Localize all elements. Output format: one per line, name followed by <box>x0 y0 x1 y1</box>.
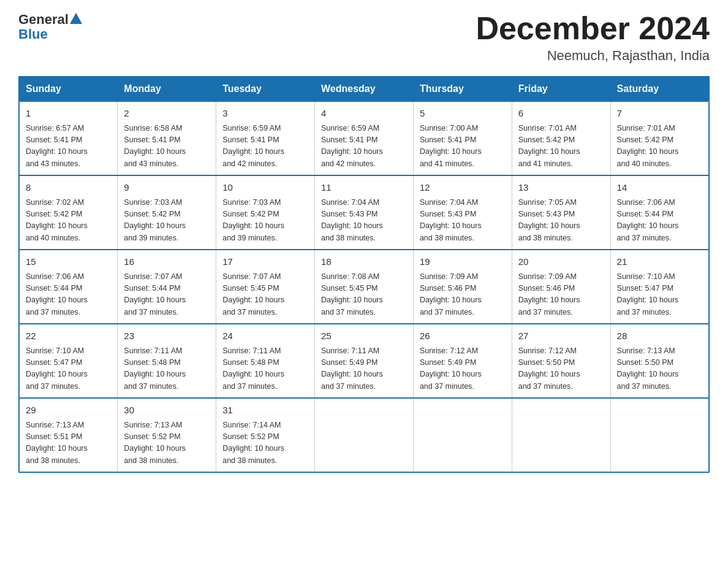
calendar-day-21: 21Sunrise: 7:10 AM Sunset: 5:47 PM Dayli… <box>610 250 709 324</box>
day-number: 25 <box>321 329 407 343</box>
calendar-week-row: 15Sunrise: 7:06 AM Sunset: 5:44 PM Dayli… <box>19 250 709 324</box>
calendar-empty-cell <box>512 398 610 472</box>
day-info: Sunrise: 7:05 AM Sunset: 5:43 PM Dayligh… <box>518 197 604 245</box>
day-info: Sunrise: 7:11 AM Sunset: 5:48 PM Dayligh… <box>124 345 210 393</box>
day-number: 31 <box>222 404 308 418</box>
logo-block: General Blue <box>18 12 82 42</box>
calendar-day-10: 10Sunrise: 7:03 AM Sunset: 5:42 PM Dayli… <box>216 175 315 250</box>
day-number: 15 <box>26 255 111 269</box>
day-number: 6 <box>518 107 604 121</box>
day-number: 1 <box>26 107 111 121</box>
calendar-header-thursday: Thursday <box>413 77 512 101</box>
day-number: 5 <box>420 107 506 121</box>
day-info: Sunrise: 7:12 AM Sunset: 5:49 PM Dayligh… <box>420 345 506 393</box>
day-number: 17 <box>222 255 308 269</box>
day-info: Sunrise: 7:07 AM Sunset: 5:44 PM Dayligh… <box>124 271 210 319</box>
calendar-day-24: 24Sunrise: 7:11 AM Sunset: 5:48 PM Dayli… <box>216 324 315 398</box>
calendar-header-monday: Monday <box>118 77 216 101</box>
logo-triangle-icon <box>70 13 82 24</box>
day-number: 23 <box>124 329 210 343</box>
calendar-header-wednesday: Wednesday <box>315 77 414 101</box>
calendar-day-14: 14Sunrise: 7:06 AM Sunset: 5:44 PM Dayli… <box>610 175 709 250</box>
logo-blue-text: Blue <box>18 26 48 42</box>
day-number: 19 <box>420 255 506 269</box>
day-number: 3 <box>222 107 308 121</box>
day-info: Sunrise: 7:13 AM Sunset: 5:52 PM Dayligh… <box>124 419 210 467</box>
month-title: December 2024 <box>476 12 710 44</box>
day-info: Sunrise: 7:11 AM Sunset: 5:49 PM Dayligh… <box>321 345 407 393</box>
calendar-day-31: 31Sunrise: 7:14 AM Sunset: 5:52 PM Dayli… <box>216 398 315 472</box>
calendar-day-19: 19Sunrise: 7:09 AM Sunset: 5:46 PM Dayli… <box>413 250 512 324</box>
day-info: Sunrise: 7:14 AM Sunset: 5:52 PM Dayligh… <box>222 419 308 467</box>
calendar-day-12: 12Sunrise: 7:04 AM Sunset: 5:43 PM Dayli… <box>413 175 512 250</box>
day-number: 7 <box>617 107 702 121</box>
day-info: Sunrise: 7:13 AM Sunset: 5:50 PM Dayligh… <box>617 345 702 393</box>
calendar-day-27: 27Sunrise: 7:12 AM Sunset: 5:50 PM Dayli… <box>512 324 610 398</box>
day-number: 28 <box>617 329 702 343</box>
day-number: 12 <box>420 181 506 195</box>
day-info: Sunrise: 7:07 AM Sunset: 5:45 PM Dayligh… <box>222 271 308 319</box>
calendar-table: SundayMondayTuesdayWednesdayThursdayFrid… <box>18 76 710 473</box>
calendar-day-30: 30Sunrise: 7:13 AM Sunset: 5:52 PM Dayli… <box>118 398 216 472</box>
day-number: 30 <box>124 404 210 418</box>
day-number: 20 <box>518 255 604 269</box>
day-info: Sunrise: 7:06 AM Sunset: 5:44 PM Dayligh… <box>26 271 111 319</box>
calendar-header-sunday: Sunday <box>19 77 118 101</box>
calendar-day-8: 8Sunrise: 7:02 AM Sunset: 5:42 PM Daylig… <box>19 175 118 250</box>
calendar-day-25: 25Sunrise: 7:11 AM Sunset: 5:49 PM Dayli… <box>315 324 414 398</box>
day-info: Sunrise: 7:11 AM Sunset: 5:48 PM Dayligh… <box>222 345 308 393</box>
calendar-day-7: 7Sunrise: 7:01 AM Sunset: 5:42 PM Daylig… <box>610 101 709 175</box>
day-info: Sunrise: 7:04 AM Sunset: 5:43 PM Dayligh… <box>321 197 407 245</box>
calendar-week-row: 29Sunrise: 7:13 AM Sunset: 5:51 PM Dayli… <box>19 398 709 472</box>
calendar-day-20: 20Sunrise: 7:09 AM Sunset: 5:46 PM Dayli… <box>512 250 610 324</box>
day-info: Sunrise: 7:09 AM Sunset: 5:46 PM Dayligh… <box>518 271 604 319</box>
calendar-day-2: 2Sunrise: 6:58 AM Sunset: 5:41 PM Daylig… <box>118 101 216 175</box>
day-info: Sunrise: 6:58 AM Sunset: 5:41 PM Dayligh… <box>124 123 210 170</box>
day-number: 24 <box>222 329 308 343</box>
title-block: December 2024 Neemuch, Rajasthan, India <box>476 12 710 64</box>
calendar-day-3: 3Sunrise: 6:59 AM Sunset: 5:41 PM Daylig… <box>216 101 315 175</box>
calendar-header-saturday: Saturday <box>610 77 709 101</box>
day-info: Sunrise: 7:06 AM Sunset: 5:44 PM Dayligh… <box>617 197 702 245</box>
day-number: 29 <box>26 404 111 418</box>
calendar-day-13: 13Sunrise: 7:05 AM Sunset: 5:43 PM Dayli… <box>512 175 610 250</box>
calendar-day-26: 26Sunrise: 7:12 AM Sunset: 5:49 PM Dayli… <box>413 324 512 398</box>
day-number: 9 <box>124 181 210 195</box>
day-info: Sunrise: 7:09 AM Sunset: 5:46 PM Dayligh… <box>420 271 506 319</box>
day-info: Sunrise: 6:59 AM Sunset: 5:41 PM Dayligh… <box>321 123 407 170</box>
day-info: Sunrise: 7:03 AM Sunset: 5:42 PM Dayligh… <box>124 197 210 245</box>
calendar-day-29: 29Sunrise: 7:13 AM Sunset: 5:51 PM Dayli… <box>19 398 118 472</box>
calendar-empty-cell <box>610 398 709 472</box>
day-number: 21 <box>617 255 702 269</box>
day-number: 27 <box>518 329 604 343</box>
day-number: 2 <box>124 107 210 121</box>
day-info: Sunrise: 6:57 AM Sunset: 5:41 PM Dayligh… <box>26 123 111 170</box>
calendar-day-9: 9Sunrise: 7:03 AM Sunset: 5:42 PM Daylig… <box>118 175 216 250</box>
day-info: Sunrise: 7:04 AM Sunset: 5:43 PM Dayligh… <box>420 197 506 245</box>
day-number: 4 <box>321 107 407 121</box>
day-info: Sunrise: 7:13 AM Sunset: 5:51 PM Dayligh… <box>26 419 111 467</box>
day-number: 11 <box>321 181 407 195</box>
logo-general-text: General <box>18 12 69 27</box>
calendar-day-17: 17Sunrise: 7:07 AM Sunset: 5:45 PM Dayli… <box>216 250 315 324</box>
calendar-header-tuesday: Tuesday <box>216 77 315 101</box>
day-info: Sunrise: 6:59 AM Sunset: 5:41 PM Dayligh… <box>222 123 308 170</box>
calendar-day-11: 11Sunrise: 7:04 AM Sunset: 5:43 PM Dayli… <box>315 175 414 250</box>
location: Neemuch, Rajasthan, India <box>476 48 710 64</box>
day-number: 22 <box>26 329 111 343</box>
calendar-day-1: 1Sunrise: 6:57 AM Sunset: 5:41 PM Daylig… <box>19 101 118 175</box>
page-header: General Blue December 2024 Neemuch, Raja… <box>18 12 710 64</box>
day-number: 8 <box>26 181 111 195</box>
logo: General Blue <box>18 12 82 42</box>
day-info: Sunrise: 7:00 AM Sunset: 5:41 PM Dayligh… <box>420 123 506 170</box>
day-number: 18 <box>321 255 407 269</box>
calendar-week-row: 22Sunrise: 7:10 AM Sunset: 5:47 PM Dayli… <box>19 324 709 398</box>
calendar-empty-cell <box>315 398 414 472</box>
calendar-header-row: SundayMondayTuesdayWednesdayThursdayFrid… <box>19 77 709 101</box>
day-info: Sunrise: 7:10 AM Sunset: 5:47 PM Dayligh… <box>617 271 702 319</box>
calendar-week-row: 1Sunrise: 6:57 AM Sunset: 5:41 PM Daylig… <box>19 101 709 175</box>
calendar-day-22: 22Sunrise: 7:10 AM Sunset: 5:47 PM Dayli… <box>19 324 118 398</box>
calendar-day-18: 18Sunrise: 7:08 AM Sunset: 5:45 PM Dayli… <box>315 250 414 324</box>
day-info: Sunrise: 7:02 AM Sunset: 5:42 PM Dayligh… <box>26 197 111 245</box>
day-info: Sunrise: 7:10 AM Sunset: 5:47 PM Dayligh… <box>26 345 111 393</box>
